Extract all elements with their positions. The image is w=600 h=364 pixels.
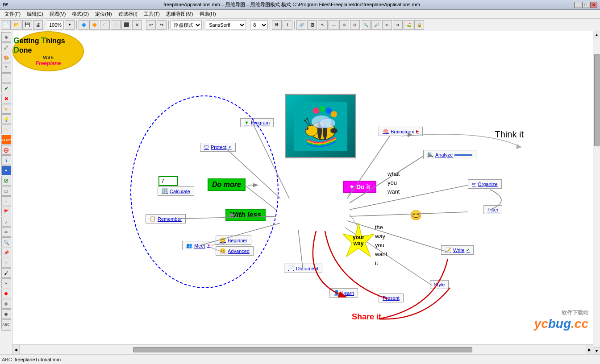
menu-tools[interactable]: 工具(T) — [141, 10, 162, 18]
central-node[interactable]: Getting Things Done With Freeplane — [12, 31, 84, 71]
zoom-in-button[interactable]: ▼ — [65, 20, 75, 30]
tool-6[interactable]: 🔎 — [371, 20, 381, 30]
learn-node[interactable]: 👤 Learn — [329, 288, 358, 298]
lt-btn-flag[interactable]: 🚩 — [1, 207, 11, 216]
tool-3[interactable]: ⊕ — [339, 20, 349, 30]
write-node[interactable]: 📝 Write ✔ — [441, 245, 474, 255]
lt-btn-pin[interactable]: 📌 — [1, 248, 11, 257]
lt-btn-2[interactable]: 🖊 — [1, 42, 11, 52]
lt-btn-star[interactable]: ★ — [1, 104, 11, 114]
lt-btn-brush[interactable]: 🖌 — [1, 268, 11, 278]
lt-btn-gray-dot[interactable]: ● — [1, 299, 11, 309]
style-node[interactable]: Style — [430, 280, 449, 289]
your-way-container[interactable]: yourway — [338, 221, 379, 267]
hscroll-thumb[interactable] — [133, 347, 473, 352]
maximize-button[interactable]: □ — [582, 2, 589, 8]
tool-1[interactable]: ↖ — [318, 20, 328, 30]
menu-format[interactable]: 格式(O) — [69, 10, 92, 18]
lt-btn-scissors[interactable]: ✂ — [1, 278, 11, 288]
menu-file[interactable]: 文件(F) — [2, 10, 23, 18]
lt-btn-4[interactable]: ? — [1, 63, 11, 73]
lt-btn-abc[interactable]: ABC — [1, 319, 11, 329]
tool-10[interactable]: 🔒 — [414, 20, 424, 30]
size-select[interactable]: 8 — [250, 21, 268, 29]
vscroll-track[interactable] — [593, 38, 600, 347]
tool-2[interactable]: — — [329, 20, 338, 30]
hscroll-track[interactable] — [20, 345, 586, 354]
protect-node[interactable]: 🛡 Protect ▼ — [200, 143, 236, 152]
with-less-node[interactable]: With less — [225, 209, 266, 221]
lt-btn-dark-dot[interactable]: ● — [1, 309, 11, 319]
do-it-node[interactable]: ✦ Do it — [343, 181, 376, 193]
organize-node[interactable]: ✏ Organize — [468, 179, 502, 189]
tb-icon-5[interactable]: ⬛ — [121, 20, 131, 30]
tb-icon-2[interactable]: 🔶 — [89, 20, 99, 30]
vscroll-down-btn[interactable]: ▼ — [593, 347, 600, 354]
hscroll-right-btn[interactable]: ▶ — [586, 345, 593, 355]
lt-btn-info[interactable]: ℹ — [1, 155, 11, 165]
beginner-node[interactable]: 😊 Beginner — [216, 236, 251, 245]
link-button[interactable]: 🔗 — [296, 20, 306, 30]
advanced-node[interactable]: 😊 Advanced — [216, 246, 254, 256]
calculate-node[interactable]: 🔢 Calculate — [158, 186, 194, 196]
present-node[interactable]: Present — [379, 294, 404, 302]
tool-9[interactable]: ⛳ — [404, 20, 413, 30]
tb-icon-4[interactable]: ⬜ — [111, 20, 121, 30]
lt-btn-3[interactable]: 🎨 — [1, 53, 11, 62]
tb-icon-1[interactable]: 🔷 — [79, 20, 88, 30]
lt-btn-check2[interactable]: ☑ — [1, 176, 11, 186]
document-node[interactable]: 📄 Document — [284, 264, 322, 273]
vscroll-thumb[interactable] — [594, 54, 600, 147]
tb-close[interactable]: ✕ — [132, 20, 142, 30]
lt-btn-pencil[interactable]: ✏ — [1, 227, 11, 237]
lt-btn-empty[interactable]: □ — [1, 186, 11, 196]
undo-button[interactable]: ↩ — [146, 20, 156, 30]
menu-mindmap[interactable]: 思维导图(M) — [163, 10, 196, 18]
horizontal-scrollbar[interactable]: ◀ ▶ — [12, 344, 593, 354]
filter-node[interactable]: Filter — [483, 205, 502, 214]
redo-button[interactable]: ↪ — [157, 20, 167, 30]
lt-btn-1[interactable]: 🖱 — [1, 32, 11, 42]
mindmap-canvas[interactable]: Getting Things Done With Freeplane yourw… — [12, 31, 593, 344]
meet-node[interactable]: 👥 Meet ▼ — [182, 241, 214, 250]
open-button[interactable]: 📂 — [12, 20, 21, 30]
lt-btn-star2[interactable]: ☆ — [1, 258, 11, 268]
lt-btn-minus-red[interactable]: ⊖ — [1, 145, 11, 155]
save-button[interactable]: 💾 — [22, 20, 32, 30]
tool-5[interactable]: 🔍 — [361, 20, 371, 30]
lt-btn-bulb[interactable]: 💡 — [1, 114, 11, 124]
tb-icon-3[interactable]: □ — [100, 20, 110, 30]
vscroll-up-btn[interactable]: ▲ — [593, 31, 600, 38]
lt-btn-stop[interactable]: STOP — [1, 135, 11, 145]
remember-node[interactable]: 📋 Remember — [146, 214, 186, 223]
menu-edit[interactable]: 编辑(E) — [24, 10, 46, 18]
print-button[interactable]: 🖨 — [33, 20, 43, 30]
program-node[interactable]: ▼ Program — [240, 118, 274, 127]
new-button[interactable]: 📄 — [1, 20, 11, 30]
italic-button[interactable]: I — [283, 20, 292, 30]
minimize-button[interactable]: _ — [574, 2, 581, 8]
lt-btn-5[interactable]: ! — [1, 73, 11, 83]
vertical-scrollbar[interactable]: ▲ ▼ — [593, 31, 600, 354]
mode-select[interactable]: 浮点模式 — [171, 21, 202, 29]
brainstorm-node[interactable]: 🧠 Brainstorm ▶ — [379, 127, 423, 136]
lt-btn-search[interactable]: 🔍 — [1, 237, 11, 247]
bold-button[interactable]: B — [272, 20, 282, 30]
menu-help[interactable]: 帮助(H) — [197, 10, 219, 18]
lt-btn-arrow[interactable]: → — [1, 196, 11, 206]
font-select[interactable]: SansSerif — [206, 21, 246, 29]
menu-filter[interactable]: 过滤器(I) — [116, 10, 140, 18]
lt-btn-red-dot[interactable]: ● — [1, 289, 11, 298]
tool-8[interactable]: ⇒ — [393, 20, 403, 30]
menu-view[interactable]: 视图(V) — [47, 10, 69, 18]
close-button[interactable]: ✕ — [590, 2, 597, 8]
tool-4[interactable]: ⊖ — [350, 20, 360, 30]
calc-num-node[interactable]: 7 — [158, 176, 178, 186]
menu-locate[interactable]: 定位(N) — [92, 10, 114, 18]
lt-btn-x[interactable]: ✖ — [1, 94, 11, 103]
hscroll-left-btn[interactable]: ◀ — [12, 345, 20, 355]
lt-btn-circle-blue[interactable]: ● — [1, 165, 11, 175]
tool-7[interactable]: ⇐ — [382, 20, 392, 30]
analyze-node[interactable]: 🔍 Analyze — [423, 150, 476, 159]
img-button[interactable]: 🖼 — [307, 20, 317, 30]
